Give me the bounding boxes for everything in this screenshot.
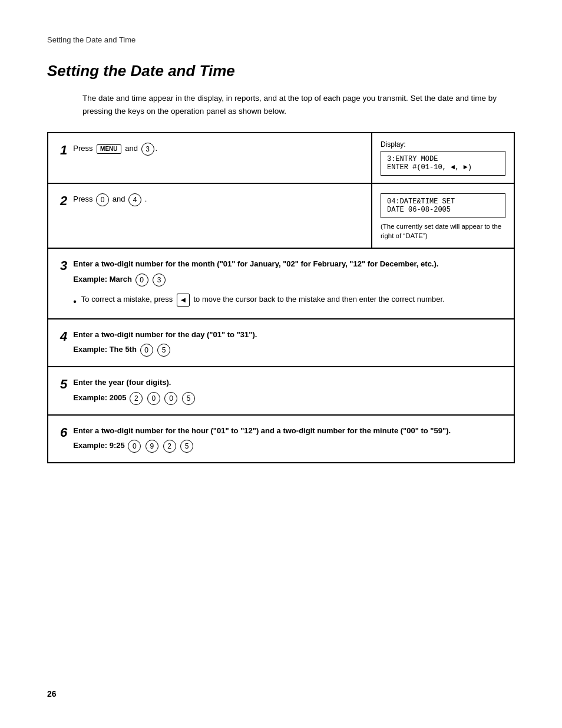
menu-key: MENU [97, 144, 121, 154]
step-3-header: 3 Enter a two-digit number for the month… [60, 258, 502, 309]
step-row-2: 2 Press 0 and 4 . 04:DATE&TIME SET DATE … [48, 184, 514, 249]
step-5-main: Enter the year (four digits). [73, 378, 171, 387]
step-row-5: 5 Enter the year (four digits). Example:… [48, 367, 514, 416]
step-6-main: Enter a two-digit number for the hour ("… [73, 426, 451, 435]
step-4-example-label: Example: The 5th [73, 345, 137, 354]
step-1-press-label: Press [73, 144, 92, 153]
step-5-full: 5 Enter the year (four digits). Example:… [48, 367, 514, 414]
step-row-4: 4 Enter a two-digit number for the day (… [48, 319, 514, 368]
step-3-full: 3 Enter a two-digit number for the month… [48, 249, 514, 318]
step-6-number: 6 [60, 425, 67, 440]
key-0-step2: 0 [96, 193, 109, 206]
key-0a-step5: 0 [147, 392, 160, 405]
key-0-step4: 0 [140, 344, 153, 357]
step-4-example: Example: The 5th 0 5 [73, 344, 257, 357]
step-2-and-label: and [113, 195, 125, 204]
key-0-step3: 0 [135, 274, 148, 286]
step-4-text: Enter a two-digit number for the day ("0… [73, 329, 257, 357]
step-5-example: Example: 2005 2 0 0 5 [73, 392, 196, 405]
steps-table: 1 Press MENU and 3. Display: 3:ENTRY MOD… [47, 132, 515, 463]
display-line-1-1: 3:ENTRY MODE [387, 155, 499, 163]
step-1-right: Display: 3:ENTRY MODE ENTER #(01-10, ◄, … [372, 133, 514, 183]
step-5-header: 5 Enter the year (four digits). Example:… [60, 377, 502, 405]
left-arrow-key: ◄ [177, 294, 190, 307]
step-3-number: 3 [60, 258, 67, 274]
key-5-step4: 5 [157, 344, 170, 357]
key-3-step3: 3 [153, 274, 166, 286]
step-3-example: Example: March 0 3 [73, 274, 445, 286]
intro-text: The date and time appear in the display,… [82, 92, 515, 117]
step-6-example: Example: 9:25 0 9 2 5 [73, 440, 451, 453]
step-2-left: 2 Press 0 and 4 . [48, 184, 372, 248]
display-label-1: Display: [381, 140, 505, 149]
key-5-step5: 5 [182, 392, 195, 405]
breadcrumb: Setting the Date and Time [47, 35, 515, 44]
step-6-example-label: Example: 9:25 [73, 442, 124, 450]
page-container: Setting the Date and Time Setting the Da… [0, 0, 562, 510]
step-4-header: 4 Enter a two-digit number for the day (… [60, 329, 502, 357]
step-2-content: Press 0 and 4 . [73, 193, 359, 206]
key-0b-step5: 0 [164, 392, 177, 405]
key-2-step5: 2 [130, 392, 143, 405]
bullet-dot-3: • [73, 295, 77, 309]
step-1-content: Press MENU and 3. [73, 143, 359, 156]
display-line-2-1: 04:DATE&TIME SET [387, 197, 499, 206]
step-2-right: 04:DATE&TIME SET DATE 06-08-2005 (The cu… [372, 184, 514, 248]
step-1-and-label: and [125, 144, 138, 153]
page-title: Setting the Date and Time [47, 62, 515, 80]
display-line-1-2: ENTER #(01-10, ◄, ►) [387, 163, 499, 172]
step-2-press-label: Press [73, 195, 92, 204]
step-5-example-label: Example: 2005 [73, 393, 126, 402]
page-number: 26 [47, 689, 57, 699]
step-3-text: Enter a two-digit number for the month (… [73, 258, 445, 309]
step-row-1: 1 Press MENU and 3. Display: 3:ENTRY MOD… [48, 133, 514, 184]
step-row-3: 3 Enter a two-digit number for the month… [48, 249, 514, 319]
key-5-step6: 5 [180, 440, 193, 453]
display-line-2-2: DATE 06-08-2005 [387, 206, 499, 214]
step-3-main: Enter a two-digit number for the month (… [73, 259, 438, 268]
display-box-2: 04:DATE&TIME SET DATE 06-08-2005 [381, 193, 505, 218]
step-2-number: 2 [60, 193, 67, 209]
step-4-full: 4 Enter a two-digit number for the day (… [48, 319, 514, 367]
key-3: 3 [141, 143, 154, 156]
display-box-1: 3:ENTRY MODE ENTER #(01-10, ◄, ►) [381, 151, 505, 176]
key-2-step6: 2 [163, 440, 176, 453]
key-0-step6: 0 [128, 440, 141, 453]
step-row-6: 6 Enter a two-digit number for the hour … [48, 416, 514, 463]
step-4-number: 4 [60, 329, 67, 344]
step-3-bullet-text: To correct a mistake, press ◄ to move th… [81, 294, 445, 307]
step-5-number: 5 [60, 377, 67, 392]
step-5-text: Enter the year (four digits). Example: 2… [73, 377, 196, 405]
step-6-text: Enter a two-digit number for the hour ("… [73, 425, 451, 453]
step-1-number: 1 [60, 143, 67, 158]
step-3-example-label: Example: March [73, 275, 132, 284]
key-4-step2: 4 [128, 193, 141, 206]
step-4-main: Enter a two-digit number for the day ("0… [73, 330, 257, 339]
display-note-2: (The currently set date will appear to t… [381, 222, 505, 241]
step-1-left: 1 Press MENU and 3. [48, 133, 372, 183]
step-6-header: 6 Enter a two-digit number for the hour … [60, 425, 502, 453]
step-3-bullet: • To correct a mistake, press ◄ to move … [73, 294, 445, 309]
key-9-step6: 9 [146, 440, 158, 453]
step-6-full: 6 Enter a two-digit number for the hour … [48, 416, 514, 463]
